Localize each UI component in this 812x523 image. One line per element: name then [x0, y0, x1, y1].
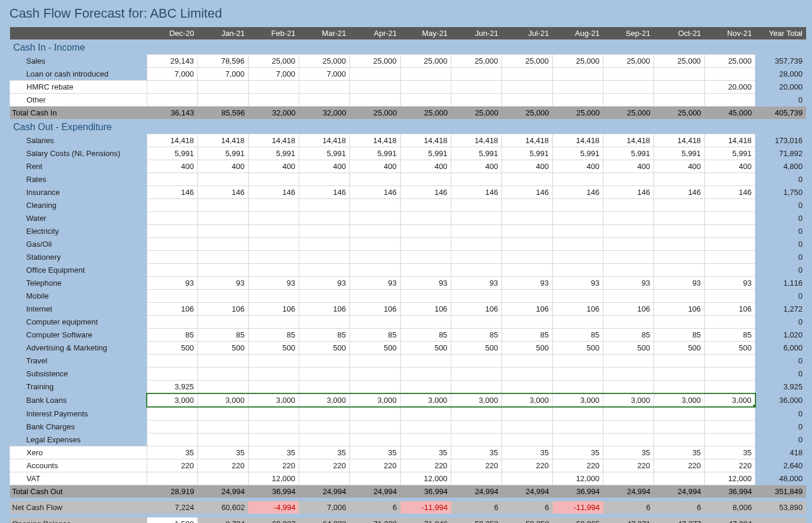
cell[interactable]: 14,418 [248, 134, 299, 147]
cell[interactable]: 146 [553, 186, 603, 199]
cell[interactable]: 220 [654, 459, 705, 472]
cell[interactable] [502, 225, 553, 238]
cell[interactable] [350, 94, 401, 107]
cell[interactable] [147, 251, 197, 264]
cell[interactable]: 25,000 [705, 55, 755, 68]
cell[interactable] [553, 316, 603, 329]
cell[interactable]: 5,991 [553, 147, 603, 160]
cell[interactable]: 7,000 [248, 68, 299, 81]
cell[interactable]: 106 [248, 303, 299, 316]
cell[interactable]: 106 [350, 303, 401, 316]
cell[interactable] [197, 212, 248, 225]
cell[interactable] [299, 94, 349, 107]
cell[interactable] [350, 380, 401, 394]
cash-out-row[interactable]: Interest Payments0 [10, 407, 807, 421]
cell[interactable]: 85 [603, 329, 654, 342]
cell[interactable] [350, 68, 401, 81]
cell[interactable]: 14,418 [502, 134, 553, 147]
cell[interactable] [248, 290, 299, 303]
cell[interactable] [451, 173, 502, 186]
cell[interactable]: 25,000 [553, 55, 603, 68]
cash-out-row[interactable]: Insurance1461461461461461461461461461461… [10, 186, 807, 199]
cell[interactable]: 220 [350, 459, 401, 472]
cell[interactable]: 220 [451, 459, 502, 472]
cell[interactable] [299, 368, 349, 380]
cash-out-row[interactable]: Rates0 [10, 173, 807, 186]
cell[interactable]: 35 [350, 446, 401, 459]
cell[interactable]: 35 [603, 446, 654, 459]
cell[interactable] [197, 472, 248, 485]
cell[interactable] [502, 407, 553, 421]
cell[interactable] [248, 212, 299, 225]
cell[interactable] [401, 225, 451, 238]
cell[interactable]: 93 [502, 277, 553, 290]
cell[interactable] [451, 251, 502, 264]
cell[interactable]: 220 [248, 459, 299, 472]
cell[interactable]: 146 [603, 186, 654, 199]
cash-in-row[interactable]: HMRC rebate20,00020,000 [10, 81, 807, 94]
cell[interactable]: 3,000 [603, 393, 654, 407]
cell[interactable]: 220 [401, 459, 451, 472]
balance-cell[interactable]: 47,384 [705, 518, 755, 524]
cell[interactable] [401, 173, 451, 186]
cell[interactable] [553, 251, 603, 264]
cell[interactable] [603, 472, 654, 485]
cell[interactable]: 5,991 [705, 147, 755, 160]
cell[interactable] [603, 238, 654, 251]
cell[interactable]: 93 [147, 277, 197, 290]
cell[interactable]: 500 [147, 342, 197, 355]
cell[interactable] [197, 81, 248, 94]
cell[interactable] [197, 368, 248, 380]
cell[interactable] [654, 290, 705, 303]
cell[interactable] [654, 199, 705, 212]
cell[interactable] [705, 94, 755, 107]
cell[interactable]: 500 [502, 342, 553, 355]
cell[interactable] [147, 368, 197, 380]
cell[interactable] [654, 407, 705, 421]
cell[interactable]: 20,000 [705, 81, 755, 94]
cell[interactable] [502, 68, 553, 81]
cell[interactable]: 14,418 [654, 134, 705, 147]
cell[interactable] [350, 421, 401, 433]
cell[interactable] [705, 407, 755, 421]
cell[interactable] [147, 472, 197, 485]
cell[interactable] [197, 199, 248, 212]
cell[interactable] [705, 199, 755, 212]
cell[interactable]: 146 [705, 186, 755, 199]
cell[interactable]: 3,000 [147, 393, 197, 407]
cell[interactable] [401, 251, 451, 264]
cell[interactable]: 93 [401, 277, 451, 290]
cell[interactable] [197, 316, 248, 329]
cell[interactable] [451, 225, 502, 238]
cell[interactable] [197, 421, 248, 433]
cell[interactable]: 85 [147, 329, 197, 342]
cell[interactable] [553, 225, 603, 238]
cell[interactable] [603, 290, 654, 303]
cell[interactable] [248, 316, 299, 329]
cell[interactable]: 5,991 [603, 147, 654, 160]
cell[interactable]: 5,991 [350, 147, 401, 160]
cash-in-row[interactable]: Other0 [10, 94, 807, 107]
cell[interactable]: 5,991 [299, 147, 349, 160]
cell[interactable] [502, 81, 553, 94]
cash-in-row[interactable]: Sales29,14378,59625,00025,00025,00025,00… [10, 55, 807, 68]
cell[interactable]: 220 [553, 459, 603, 472]
cell[interactable] [248, 81, 299, 94]
cell[interactable] [553, 81, 603, 94]
cell[interactable]: 14,418 [197, 134, 248, 147]
cell[interactable] [299, 225, 349, 238]
cell[interactable]: 85 [553, 329, 603, 342]
cell[interactable]: 400 [553, 160, 603, 173]
cell[interactable] [502, 368, 553, 380]
balance-cell[interactable]: 8,724 [197, 518, 248, 524]
cash-out-row[interactable]: Accounts22022022022022022022022022022022… [10, 459, 807, 472]
cell[interactable] [502, 380, 553, 394]
cell[interactable] [654, 173, 705, 186]
cash-out-row[interactable]: Stationery0 [10, 251, 807, 264]
cell[interactable] [350, 433, 401, 446]
cell[interactable] [248, 238, 299, 251]
cell[interactable] [705, 264, 755, 277]
cell[interactable] [502, 421, 553, 433]
cell[interactable] [451, 355, 502, 368]
cash-out-row[interactable]: Training3,9253,925 [10, 380, 807, 394]
